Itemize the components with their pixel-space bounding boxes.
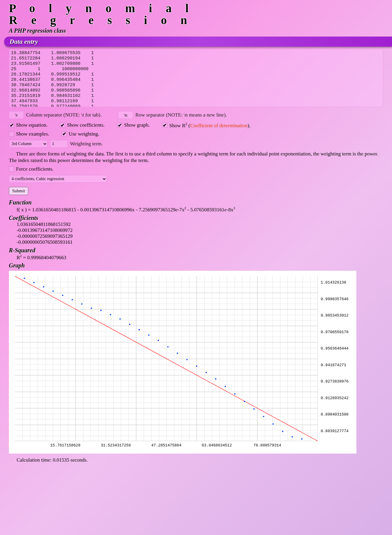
calculation-time: Calculation time: 0.01535 seconds.	[0, 455, 392, 463]
svg-point-20	[206, 372, 207, 373]
svg-point-3	[43, 286, 44, 287]
data-textarea[interactable]: 19.38847754 1.009675535 1 21.65172284 1.…	[9, 49, 383, 107]
svg-point-4	[53, 290, 54, 292]
col-separator-input[interactable]	[9, 111, 24, 119]
force-coefficients-label: Force coefficients.	[16, 166, 53, 172]
svg-point-10	[110, 314, 111, 315]
title-line-1: P o l y n o m i a l	[9, 1, 194, 15]
submit-button[interactable]: Submit	[9, 187, 28, 195]
svg-point-11	[119, 318, 121, 320]
svg-point-7	[81, 303, 82, 305]
svg-point-21	[215, 378, 216, 380]
svg-point-16	[167, 346, 168, 347]
coef-0: 1.03616504811868151592	[0, 221, 392, 227]
svg-point-24	[244, 401, 245, 402]
svg-point-9	[100, 310, 102, 311]
rsquared-heading: R-Squared	[0, 245, 392, 254]
show-equation-label: Show equation.	[16, 122, 48, 128]
weight-source-select[interactable]: 3rd Column	[9, 140, 48, 148]
svg-point-6	[72, 299, 73, 300]
svg-point-23	[234, 393, 235, 394]
function-heading: Function	[0, 197, 392, 206]
weight-term-input[interactable]	[50, 140, 68, 148]
show-graph-checkbox[interactable]	[117, 122, 122, 128]
x-tick-label: 47.2851475884	[151, 443, 181, 448]
use-weighting-checkbox[interactable]	[61, 131, 67, 137]
weight-term-label: Weighting term.	[70, 141, 103, 147]
coef-2: -0.00000072569097365129	[0, 233, 392, 239]
use-weighting-label: Use weighting.	[69, 131, 99, 137]
show-examples-checkbox[interactable]	[9, 131, 14, 137]
degree-select[interactable]: 4 coefficients, Cubic regression	[9, 175, 107, 183]
show-examples-label: Show examples.	[16, 131, 49, 137]
show-graph-label: Show graph.	[124, 122, 150, 128]
y-tick-label: 0.941874271	[321, 363, 346, 367]
y-tick-label: 0.8839127774	[321, 429, 349, 433]
svg-point-1	[24, 278, 25, 279]
row-separator-input[interactable]	[118, 111, 133, 119]
svg-point-15	[158, 340, 159, 341]
svg-point-5	[62, 295, 63, 296]
svg-point-25	[253, 408, 255, 410]
rsquared-value: R2 = 0.99968404079663	[0, 254, 392, 261]
y-tick-label: 0.9853453912	[321, 313, 349, 318]
svg-point-29	[292, 436, 293, 438]
svg-point-28	[282, 431, 283, 432]
y-tick-label: 0.9708550178	[321, 330, 349, 334]
svg-line-0	[15, 276, 318, 441]
svg-point-13	[139, 329, 140, 330]
function-text: f( x ) = 1.0361650481186815 - 0.00139673…	[0, 206, 392, 213]
show-equation-checkbox[interactable]	[9, 122, 14, 128]
page-title: P o l y n o m i a l R e g r e s s i o n	[0, 0, 392, 26]
svg-point-18	[186, 359, 188, 360]
y-tick-label: 0.9273838976	[321, 379, 349, 384]
svg-point-2	[33, 282, 34, 283]
coefficients-heading: Coefficients	[0, 213, 392, 221]
show-r2-label: Show R2 (Coefficient of determination).	[169, 122, 250, 129]
show-r2-checkbox[interactable]	[162, 122, 167, 128]
y-tick-label: 0.9998357646	[321, 297, 349, 301]
svg-point-27	[272, 423, 274, 424]
svg-point-12	[129, 324, 130, 325]
row-separator-note: Row separator (NOTE: \n means a new line…	[135, 112, 227, 118]
coefficient-of-determination-link[interactable]: Coefficient of determination	[190, 123, 247, 128]
y-tick-label: 0.8984031508	[321, 412, 349, 417]
coef-3: -0.00000005076508593161	[0, 239, 392, 245]
svg-point-26	[263, 416, 264, 417]
page-subtitle: A PHP regression class	[0, 26, 392, 36]
weighting-description: There are three forms of weighting the d…	[0, 150, 386, 165]
graph-heading: Graph	[0, 260, 392, 269]
force-coefficients-checkbox[interactable]	[9, 166, 14, 172]
svg-point-14	[148, 334, 149, 336]
graph-canvas: 1.0143261380.99983576460.98534539120.970…	[9, 271, 356, 454]
x-tick-label: 31.5234317256	[101, 443, 131, 448]
x-tick-label: 15.7617158628	[50, 443, 80, 448]
svg-point-17	[177, 353, 178, 354]
section-header: Data entry	[4, 37, 392, 47]
x-tick-label: 78.808579314	[253, 443, 281, 448]
x-tick-label: 63.0468634512	[202, 443, 232, 448]
y-tick-label: 1.014326138	[321, 280, 346, 285]
svg-point-22	[225, 386, 226, 387]
show-coefficients-checkbox[interactable]	[60, 122, 65, 128]
y-tick-label: 0.9563646444	[321, 346, 349, 351]
show-coefficients-label: Show coefficients.	[67, 122, 105, 128]
col-separator-note: Column separator (NOTE: \t for tab).	[26, 112, 102, 118]
title-line-2: R e g r e s s i o n	[9, 13, 192, 27]
svg-point-30	[301, 438, 302, 440]
y-tick-label: 0.9128935242	[321, 396, 349, 400]
svg-point-19	[196, 366, 197, 367]
svg-point-8	[91, 308, 92, 309]
coef-1: -0.00139673147108069972	[0, 227, 392, 233]
